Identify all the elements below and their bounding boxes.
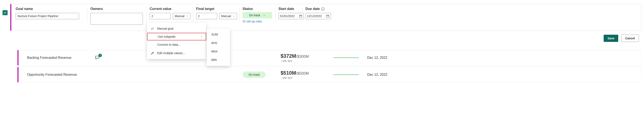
menu-edit-multiple-label: Edit multiple values... [157,51,185,55]
due-date-value: 12/12/2022 [307,14,322,18]
chevron-down-icon [186,15,189,17]
final-target-mode-text: Manual [221,14,231,18]
goal-editor-card: Goal name Owners Current value Manual [10,4,642,31]
subgoals-aggregation-menu: SUM AVG MAX MIN [207,29,230,66]
goal-due-date: Dec 12, 2022 [367,73,401,77]
goal-yoy: ↑ 0% YoY [280,59,292,63]
menu-manual-goal-label: Manual goal [157,27,173,30]
start-date-input[interactable]: 01/01/2022 [278,13,304,19]
row-checkbox[interactable] [2,10,8,15]
status-dropdown[interactable]: On track [242,12,272,18]
agg-sum[interactable]: SUM [207,30,230,39]
status-value: On track [249,14,260,17]
start-date-value: 01/01/2022 [280,14,295,18]
current-value-mode-text: Manual [175,14,184,18]
status-badge: On track [243,71,266,78]
due-date-label: Due date i [306,7,329,11]
status-or-rules: Or set up rules [242,20,272,23]
comments-badge: 1 [98,54,102,57]
check-icon [150,27,154,30]
final-target-input[interactable] [196,13,217,19]
calendar-icon [299,14,302,18]
goal-due-date: Dec 12, 2022 [367,56,401,60]
menu-connect-data[interactable]: Connect to data... [147,40,206,49]
goal-name: Opportunity Forecasted Revenue [27,73,95,77]
final-target-label: Final target [196,7,236,11]
current-value-mode-dropdown[interactable]: Manual [173,13,190,19]
save-button[interactable]: Save [604,35,618,42]
info-icon[interactable]: i [321,8,324,11]
comments-icon[interactable]: 1 [95,55,100,61]
svg-rect-4 [326,15,329,17]
goal-name-input[interactable] [16,13,79,19]
status-label: Status [242,7,272,11]
menu-use-subgoals[interactable]: Use subgoals [147,33,206,40]
goal-row[interactable]: Opportunity Forecasted Revenue On track … [17,67,642,82]
svg-rect-0 [300,15,302,17]
pencil-icon [150,52,154,55]
goal-value: $510M/$500M ↑ 0% YoY [280,70,334,80]
set-up-rules-link[interactable]: set up rules [246,20,262,23]
menu-use-subgoals-label: Use subgoals [158,35,176,38]
goal-row[interactable]: Backlog Forecasted Revenue 1 $372M/$300M… [17,50,642,66]
menu-manual-goal[interactable]: Manual goal [147,24,206,33]
chevron-right-icon [200,35,203,38]
goal-value: $372M/$300M ↑ 0% YoY [280,53,334,63]
sparkline [334,58,367,58]
agg-min[interactable]: MIN [207,56,230,64]
goal-yoy: ↑ 0% YoY [280,76,292,80]
due-date-input[interactable]: 12/12/2022 [306,13,331,19]
goal-name-label: Goal name [16,7,84,11]
cancel-button[interactable]: Cancel [621,35,639,42]
agg-avg[interactable]: AVG [207,39,230,47]
start-date-label: Start date [278,7,300,11]
owners-input[interactable] [90,13,143,25]
menu-connect-data-label: Connect to data... [157,43,181,46]
chevron-down-icon [233,15,235,17]
menu-edit-multiple[interactable]: Edit multiple values... [147,49,206,57]
chevron-down-icon [263,14,266,17]
goal-name: Backlog Forecasted Revenue [27,56,95,60]
owners-label: Owners [90,7,144,11]
current-value-label: Current value [150,7,190,11]
sparkline [334,74,367,75]
final-target-mode-dropdown[interactable]: Manual [219,13,237,19]
agg-max[interactable]: MAX [207,47,230,56]
current-value-input[interactable] [150,13,171,19]
calendar-icon [326,14,330,18]
current-value-mode-menu: Manual goal Use subgoals Connect to data… [147,23,206,59]
